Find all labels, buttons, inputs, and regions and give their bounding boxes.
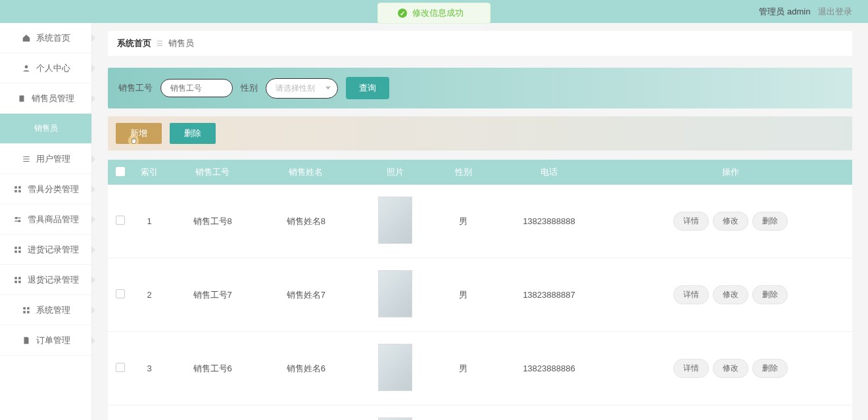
sidebar-item-label: 销售员管理: [32, 93, 74, 105]
sidebar-item-3[interactable]: 销售员: [0, 114, 91, 144]
filter-gender-label: 性别: [241, 82, 258, 94]
sidebar-item-7[interactable]: 进货记录管理: [0, 235, 91, 265]
sidebar: 系统首页个人中心销售员管理销售员用户管理雪具分类管理雪具商品管理进货记录管理退货…: [0, 23, 92, 420]
delete-button[interactable]: 删除: [752, 285, 788, 304]
cell-phone: 13823888885: [490, 406, 609, 421]
clipboard-icon: [17, 94, 26, 103]
query-button[interactable]: 查询: [346, 77, 389, 99]
logout-link[interactable]: 退出登录: [818, 7, 852, 16]
delete-button[interactable]: 删除: [752, 212, 788, 231]
edit-button[interactable]: 修改: [713, 285, 748, 304]
row-checkbox[interactable]: [116, 216, 125, 225]
role-label: 管理员: [759, 7, 784, 16]
cell-index: 3: [133, 332, 166, 406]
svg-rect-12: [14, 277, 17, 279]
breadcrumb: 系统首页 ☰ 销售员: [108, 31, 852, 56]
detail-button[interactable]: 详情: [673, 285, 709, 304]
svg-rect-17: [27, 307, 30, 310]
filter-gender-select[interactable]: 请选择性别: [266, 78, 338, 99]
cell-id: 销售工号5: [166, 406, 259, 421]
sidebar-item-label: 进货记录管理: [28, 244, 79, 256]
cell-photo: [353, 185, 438, 258]
sidebar-item-5[interactable]: 雪具分类管理: [0, 174, 91, 204]
photo-thumbnail[interactable]: [378, 197, 412, 244]
svg-rect-18: [23, 311, 26, 314]
sidebar-item-4[interactable]: 用户管理: [0, 144, 91, 174]
sidebar-item-label: 系统管理: [36, 304, 70, 316]
grid-icon: [13, 185, 22, 194]
svg-rect-14: [14, 281, 17, 283]
svg-rect-5: [18, 190, 21, 193]
breadcrumb-home[interactable]: 系统首页: [117, 37, 151, 49]
select-all-checkbox[interactable]: [116, 167, 125, 176]
cell-gender: 男: [437, 185, 489, 258]
sidebar-item-label: 系统首页: [36, 32, 70, 44]
sidebar-item-9[interactable]: 系统管理: [0, 295, 91, 325]
table-row: 4销售工号5销售姓名5男13823888885详情修改删除: [108, 406, 852, 421]
detail-button[interactable]: 详情: [673, 359, 709, 378]
cell-name: 销售姓名6: [259, 332, 352, 406]
table-row: 3销售工号6销售姓名6男13823888886详情修改删除: [108, 332, 852, 406]
sidebar-item-label: 雪具商品管理: [28, 214, 79, 225]
breadcrumb-current: 销售员: [168, 37, 194, 49]
sidebar-item-label: 个人中心: [36, 62, 70, 74]
grid-icon: [13, 275, 22, 285]
sidebar-item-label: 订单管理: [36, 335, 70, 346]
sidebar-item-1[interactable]: 个人中心: [0, 53, 91, 83]
username-label: admin: [787, 7, 810, 16]
cell-photo: [353, 332, 438, 406]
row-checkbox[interactable]: [116, 363, 125, 372]
cell-index: 1: [133, 185, 166, 258]
svg-rect-2: [14, 186, 17, 189]
edit-button[interactable]: 修改: [713, 212, 748, 231]
svg-point-6: [15, 217, 16, 218]
sidebar-item-6[interactable]: 雪具商品管理: [0, 204, 91, 235]
breadcrumb-sep-icon: ☰: [157, 39, 163, 48]
filter-bar: 销售工号 性别 请选择性别 查询: [108, 68, 852, 108]
filter-id-label: 销售工号: [118, 82, 153, 94]
add-button[interactable]: 新增: [116, 123, 162, 144]
cell-ops: 详情修改删除: [608, 332, 852, 406]
sidebar-item-8[interactable]: 退货记录管理: [0, 265, 91, 295]
toast-message: 修改信息成功: [412, 7, 464, 19]
sidebar-item-label: 雪具分类管理: [28, 183, 79, 195]
sidebar-item-label: 销售员: [34, 123, 58, 134]
table-header-row: 索引 销售工号 销售姓名 照片 性别 电话 操作: [108, 160, 852, 185]
cell-index: 2: [133, 258, 166, 332]
sidebar-item-0[interactable]: 系统首页: [0, 23, 91, 53]
svg-rect-9: [18, 246, 21, 249]
cell-photo: [353, 258, 438, 332]
cell-photo: [353, 406, 438, 421]
cell-phone: 13823888887: [490, 258, 609, 332]
th-index: 索引: [133, 160, 166, 185]
action-bar: 新增 删除: [108, 116, 852, 151]
cell-name: 销售姓名8: [259, 185, 352, 258]
cell-id: 销售工号7: [166, 258, 259, 332]
bulk-delete-button[interactable]: 删除: [170, 123, 216, 144]
edit-button[interactable]: 修改: [713, 359, 748, 378]
row-checkbox[interactable]: [116, 289, 125, 298]
svg-rect-19: [27, 311, 30, 314]
menu-icon: [22, 154, 31, 164]
photo-thumbnail[interactable]: [378, 344, 412, 391]
svg-rect-8: [14, 246, 17, 249]
filter-id-input[interactable]: [160, 79, 233, 97]
svg-rect-4: [14, 190, 17, 193]
detail-button[interactable]: 详情: [673, 212, 709, 231]
cell-id: 销售工号8: [166, 185, 259, 258]
sidebar-item-10[interactable]: 订单管理: [0, 325, 91, 356]
svg-rect-1: [20, 95, 24, 101]
data-table: 索引 销售工号 销售姓名 照片 性别 电话 操作 1销售工号8销售姓名8男138…: [108, 160, 852, 420]
cell-name: 销售姓名5: [259, 406, 352, 421]
svg-rect-11: [18, 250, 21, 253]
photo-thumbnail[interactable]: [378, 270, 412, 317]
home-icon: [22, 34, 31, 43]
photo-thumbnail[interactable]: [378, 417, 412, 420]
sidebar-item-2[interactable]: 销售员管理: [0, 83, 91, 114]
cell-index: 4: [133, 406, 166, 421]
svg-rect-16: [23, 307, 26, 310]
delete-button[interactable]: 删除: [752, 359, 788, 378]
cell-ops: 详情修改删除: [608, 258, 852, 332]
svg-point-0: [24, 65, 28, 68]
svg-point-7: [18, 220, 20, 222]
